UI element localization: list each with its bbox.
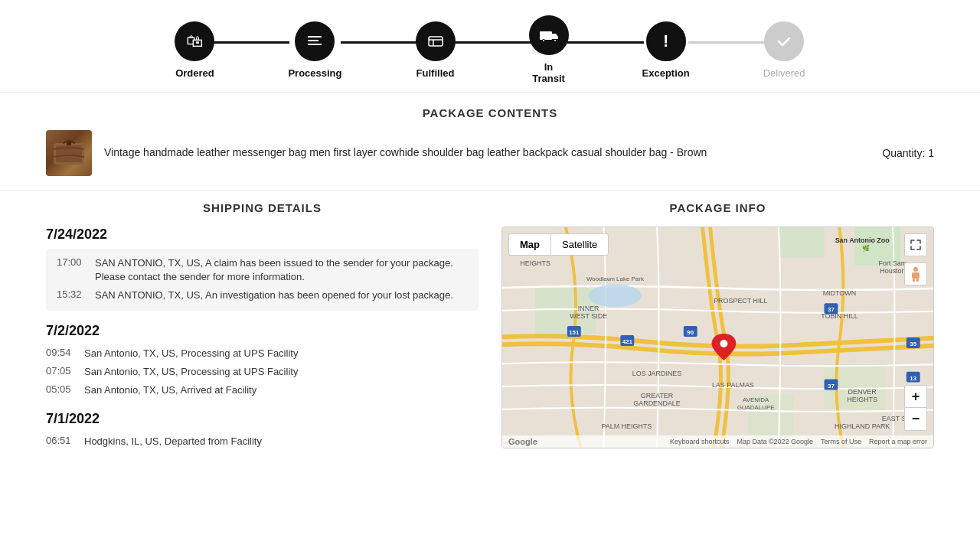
svg-point-8 [554, 40, 556, 41]
ordered-icon: 🛍 [175, 21, 214, 61]
map-container: 421 90 151 37 37 35 13 San Antonio Zoo 🌿… [501, 227, 934, 448]
map-street-view-button[interactable] [904, 262, 927, 285]
svg-text:AVENIDA: AVENIDA [743, 396, 769, 403]
svg-text:35: 35 [910, 341, 916, 347]
svg-point-56 [720, 340, 727, 347]
svg-rect-0 [308, 36, 322, 37]
fulfilled-icon [416, 21, 456, 61]
svg-text:HEIGHTS: HEIGHTS [847, 396, 877, 403]
svg-point-57 [913, 267, 918, 272]
fulfilled-label: Fulfilled [416, 67, 455, 79]
svg-text:LOS JARDINES: LOS JARDINES [632, 370, 682, 377]
step-processing: Processing [288, 21, 341, 79]
shipping-details-column: SHIPPING DETAILS 7/24/2022 17:00 SAN ANT… [46, 198, 479, 462]
step-ordered: 🛍 Ordered [175, 21, 214, 79]
event-row: 06:51 Hodgkins, IL, US, Departed from Fa… [46, 435, 479, 448]
svg-text:421: 421 [622, 338, 633, 345]
google-logo: Google [508, 437, 537, 446]
svg-text:HEIGHTS: HEIGHTS [520, 259, 550, 267]
progress-tracker: 🛍 Ordered Processing Fulfilled InTransit… [0, 0, 980, 92]
ordered-label: Ordered [175, 67, 214, 79]
package-info-title: PACKAGE INFO [501, 201, 934, 214]
package-contents-title: PACKAGE CONTENTS [46, 106, 934, 119]
package-name: Vintage handmade leather messenger bag m… [104, 145, 870, 161]
event-time: 06:51 [46, 435, 74, 446]
svg-point-6 [543, 40, 544, 41]
event-row: 07:05 San Antonio, TX, US, Processing at… [46, 365, 479, 379]
event-list-2: 09:54 San Antonio, TX, US, Processing at… [46, 345, 479, 399]
date-group-2: 7/2/2022 09:54 San Antonio, TX, US, Proc… [46, 323, 479, 399]
svg-rect-3 [429, 37, 443, 46]
svg-text:Houston: Houston [880, 267, 905, 275]
svg-text:90: 90 [687, 329, 694, 336]
svg-text:GARDENDALE: GARDENDALE [633, 399, 681, 407]
event-time: 05:05 [46, 383, 74, 395]
map-tab-satellite[interactable]: Satellite [550, 233, 609, 256]
date-heading-1: 7/24/2022 [46, 227, 479, 243]
map-zoom-in-button[interactable]: + [904, 385, 927, 408]
svg-text:LAS PALMAS: LAS PALMAS [712, 381, 754, 389]
svg-text:Woodlawn Lake Park: Woodlawn Lake Park [586, 276, 644, 282]
event-list-3: 06:51 Hodgkins, IL, US, Departed from Fa… [46, 433, 479, 450]
package-item: Vintage handmade leather messenger bag m… [46, 130, 934, 176]
svg-rect-11 [67, 141, 71, 145]
svg-text:HIGHLAND PARK: HIGHLAND PARK [835, 422, 890, 430]
date-group-3: 7/1/2022 06:51 Hodgkins, IL, US, Departe… [46, 411, 479, 450]
event-time: 17:00 [57, 256, 84, 268]
connector-1 [213, 41, 289, 44]
map-tab-map[interactable]: Map [508, 233, 550, 256]
map-expand-button[interactable] [904, 233, 927, 256]
step-delivered: Delivered [763, 21, 805, 79]
event-row: 15:32 SAN ANTONIO, TX, US, An investigat… [57, 289, 468, 302]
package-image [46, 130, 92, 176]
exception-label: Exception [642, 67, 690, 79]
event-desc: Hodgkins, IL, US, Departed from Facility [84, 435, 262, 448]
connector-5 [688, 41, 765, 44]
svg-text:INNER: INNER [578, 305, 599, 312]
event-time: 09:54 [46, 347, 74, 358]
svg-text:PROSPECT HILL: PROSPECT HILL [714, 297, 767, 305]
connector-2 [341, 41, 417, 44]
processing-label: Processing [288, 67, 341, 79]
connector-3 [454, 41, 531, 44]
date-heading-2: 7/2/2022 [46, 323, 479, 339]
processing-icon [295, 21, 335, 61]
step-exception: ! Exception [642, 21, 690, 79]
svg-rect-4 [540, 31, 552, 40]
map-footer: Google Keyboard shortcuts Map Data ©2022… [502, 435, 933, 448]
in-transit-label: InTransit [532, 61, 565, 84]
event-time: 15:32 [57, 289, 84, 300]
event-desc: San Antonio, TX, US, Processing at UPS F… [84, 365, 298, 379]
package-quantity: Quantity: 1 [882, 147, 934, 159]
event-row: 05:05 San Antonio, TX, US, Arrived at Fa… [46, 383, 479, 397]
svg-rect-14 [779, 227, 825, 258]
date-group-1: 7/24/2022 17:00 SAN ANTONIO, TX, US, A c… [46, 227, 479, 311]
step-in-transit: InTransit [529, 15, 569, 84]
svg-text:WEST SIDE: WEST SIDE [570, 312, 607, 320]
event-time: 07:05 [46, 365, 74, 377]
svg-rect-59 [913, 279, 915, 282]
svg-text:37: 37 [828, 383, 835, 390]
svg-text:TOBIN HILL: TOBIN HILL [821, 312, 858, 320]
event-row: 09:54 San Antonio, TX, US, Processing at… [46, 347, 479, 360]
shipping-details-title: SHIPPING DETAILS [46, 201, 479, 214]
exception-icon: ! [646, 21, 686, 61]
svg-text:151: 151 [569, 329, 580, 336]
map-footer-text: Keyboard shortcuts Map Data ©2022 Google… [670, 438, 927, 445]
svg-text:San Antonio Zoo: San Antonio Zoo [835, 236, 890, 244]
svg-text:GUADALUPE: GUADALUPE [737, 404, 775, 411]
main-content: SHIPPING DETAILS 7/24/2022 17:00 SAN ANT… [0, 190, 980, 470]
event-row: 17:00 SAN ANTONIO, TX, US, A claim has b… [57, 256, 468, 284]
svg-text:MIDTOWN: MIDTOWN [823, 289, 856, 297]
event-desc: San Antonio, TX, US, Processing at UPS F… [84, 347, 298, 360]
delivered-icon [764, 21, 804, 61]
svg-text:13: 13 [910, 375, 916, 382]
event-desc: SAN ANTONIO, TX, US, A claim has been is… [95, 256, 468, 284]
svg-text:GREATER: GREATER [641, 392, 674, 399]
svg-text:DENVER: DENVER [848, 388, 877, 396]
package-contents-section: PACKAGE CONTENTS Vintage handmade leathe… [0, 92, 980, 190]
map-zoom-out-button[interactable]: − [904, 408, 927, 431]
map-tab-controls: Map Satellite [508, 233, 609, 256]
event-desc: San Antonio, TX, US, Arrived at Facility [84, 383, 256, 397]
svg-rect-1 [308, 40, 318, 41]
